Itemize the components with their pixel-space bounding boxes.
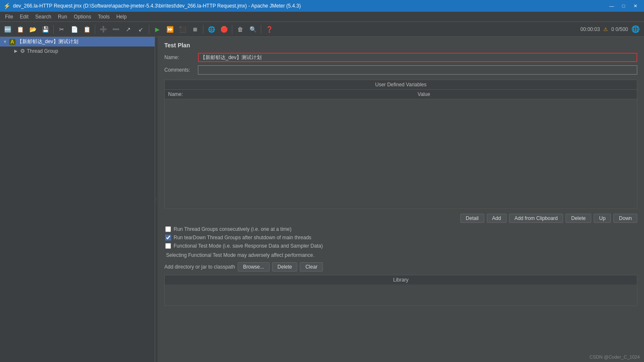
udv-section: User Defined Variables Name: Value	[164, 80, 637, 209]
detail-button[interactable]: Detail	[460, 214, 484, 223]
tree-label-threadgroup: Thread Group	[27, 48, 58, 54]
run-consecutively-checkbox[interactable]	[165, 226, 171, 232]
save-button[interactable]: 💾	[39, 23, 51, 35]
tree-label-testplan: 【新邮郁达_dev】测试计划	[17, 38, 78, 45]
search-button[interactable]: 🔍	[247, 23, 259, 35]
remote-start-button[interactable]: 🌐	[205, 23, 217, 35]
functional-note: Selecting Functional Test Mode may adver…	[164, 251, 637, 259]
tree-icon-testplan: A	[9, 39, 16, 45]
minimize-button[interactable]: —	[606, 2, 617, 10]
run-button[interactable]: ▶	[151, 23, 163, 35]
timer-display: 00:00:03	[580, 26, 600, 32]
run-no-pause-button[interactable]: ⏩	[164, 23, 176, 35]
library-header: Library	[165, 275, 637, 284]
functional-mode-label[interactable]: Functional Test Mode (i.e. save Response…	[174, 243, 323, 249]
stop-button[interactable]: ⬛	[177, 23, 188, 35]
table-action-buttons: Detail Add Add from Clipboard Delete Up …	[164, 214, 637, 223]
toolbar-sep-3	[149, 25, 149, 34]
delete-row-button[interactable]: Delete	[566, 214, 591, 223]
page-title: Test Plan	[164, 42, 637, 49]
add-button[interactable]: ➕	[97, 23, 109, 35]
add-from-clipboard-button[interactable]: Add from Clipboard	[509, 214, 563, 223]
run-consecutively-label[interactable]: Run Thread Groups consecutively (i.e. on…	[174, 226, 291, 232]
window-title: dev_266.la-HTTP Request.jmx (D:\Software…	[13, 3, 301, 9]
title-bar: ⚡ dev_266.la-HTTP Request.jmx (D:\Softwa…	[0, 0, 644, 12]
classpath-delete-button[interactable]: Delete	[272, 262, 298, 272]
collapse-button[interactable]: ↙	[135, 23, 147, 35]
library-body	[165, 284, 637, 305]
toolbar-sep-1	[53, 25, 54, 34]
menu-search[interactable]: Search	[32, 13, 55, 21]
shutdown-button[interactable]: ⏹	[189, 23, 201, 35]
tree-item-threadgroup[interactable]: ▶ ⚙ Thread Group	[0, 47, 155, 55]
down-button[interactable]: Down	[613, 214, 637, 223]
menu-options[interactable]: Options	[70, 13, 94, 21]
toolbar: 🆕 📋 📂 💾 ✂ 📄 📋 ➕ ➖ ↗ ↙ ▶ ⏩ ⬛ ⏹ 🌐 🛑 🗑 🔍 ❓ …	[0, 22, 644, 37]
expand-button[interactable]: ↗	[122, 23, 134, 35]
clear-button[interactable]: Clear	[300, 262, 323, 272]
name-input[interactable]	[198, 53, 637, 62]
cb-row-3: Functional Test Mode (i.e. save Response…	[164, 243, 637, 249]
udv-table-body	[165, 99, 637, 208]
toolbar-sep-5	[232, 25, 232, 34]
new-button[interactable]: 🆕	[2, 23, 13, 35]
app-icon: ⚡	[3, 3, 10, 9]
maximize-button[interactable]: □	[618, 2, 629, 10]
clear-all-button[interactable]: 🗑	[234, 23, 246, 35]
status-display: 0 0/500	[611, 26, 628, 32]
functional-mode-checkbox[interactable]	[165, 243, 171, 249]
copy-button[interactable]: 📄	[68, 23, 80, 35]
classpath-row: Add directory or jar to classpath Browse…	[164, 262, 637, 272]
menu-help[interactable]: Help	[113, 13, 130, 21]
remote-stop-button[interactable]: 🛑	[218, 23, 230, 35]
run-teardown-label[interactable]: Run tearDown Thread Groups after shutdow…	[174, 235, 312, 240]
main-area: ▼ A 【新邮郁达_dev】测试计划 ▶ ⚙ Thread Group ⋮ Te…	[0, 37, 644, 362]
content-panel: Test Plan Name: Comments: User Defined V…	[158, 37, 644, 362]
menu-file[interactable]: File	[2, 13, 16, 21]
udv-col-value: Value	[414, 90, 637, 99]
tree-icon-threadgroup: ⚙	[20, 48, 25, 54]
toolbar-right: 00:00:03 ⚠ 0 0/500 🌐	[580, 25, 642, 33]
name-row: Name:	[164, 53, 637, 62]
close-button[interactable]: ✕	[630, 2, 641, 10]
menu-bar: File Edit Search Run Options Tools Help	[0, 12, 644, 22]
classpath-label: Add directory or jar to classpath	[164, 264, 235, 270]
name-label: Name:	[164, 54, 198, 60]
remove-button[interactable]: ➖	[110, 23, 122, 35]
watermark: CSDN @Coder_C_1024	[589, 354, 640, 359]
comments-input[interactable]	[198, 65, 637, 75]
up-button[interactable]: Up	[594, 214, 611, 223]
globe-icon: 🌐	[631, 25, 640, 33]
add-row-button[interactable]: Add	[487, 214, 506, 223]
library-section: Library	[164, 275, 637, 306]
help-button[interactable]: ❓	[263, 23, 275, 35]
template-button[interactable]: 📋	[14, 23, 26, 35]
tree-item-testplan[interactable]: ▼ A 【新邮郁达_dev】测试计划	[0, 37, 155, 47]
udv-col-name: Name:	[165, 90, 414, 99]
comments-label: Comments:	[164, 67, 198, 73]
menu-run[interactable]: Run	[55, 13, 70, 21]
comments-row: Comments:	[164, 65, 637, 75]
browse-button[interactable]: Browse...	[238, 262, 270, 272]
toolbar-sep-2	[95, 25, 95, 34]
open-button[interactable]: 📂	[27, 23, 39, 35]
udv-header: User Defined Variables	[165, 80, 637, 90]
menu-edit[interactable]: Edit	[16, 13, 32, 21]
cut-button[interactable]: ✂	[56, 23, 68, 35]
paste-button[interactable]: 📋	[81, 23, 93, 35]
warning-icon: ⚠	[603, 26, 608, 32]
udv-table: Name: Value	[165, 90, 637, 208]
toolbar-sep-4	[203, 25, 203, 34]
tree-arrow-threadgroup: ▶	[13, 49, 18, 53]
cb-row-2: Run tearDown Thread Groups after shutdow…	[164, 235, 637, 240]
toolbar-sep-6	[261, 25, 261, 34]
tree-arrow-expand: ▼	[3, 39, 8, 44]
menu-tools[interactable]: Tools	[94, 13, 113, 21]
cb-row-1: Run Thread Groups consecutively (i.e. on…	[164, 226, 637, 232]
tree-panel: ▼ A 【新邮郁达_dev】测试计划 ▶ ⚙ Thread Group	[0, 37, 155, 362]
run-teardown-checkbox[interactable]	[165, 235, 171, 240]
